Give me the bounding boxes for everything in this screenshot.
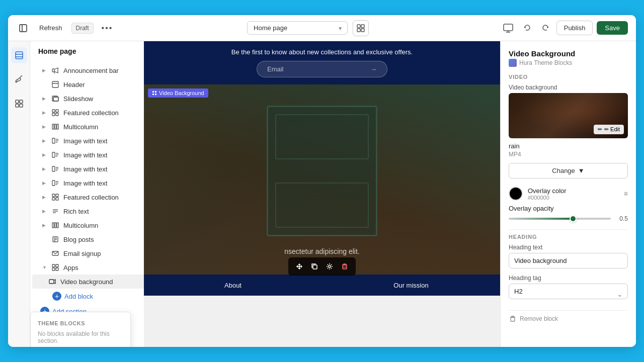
page-selector-wrap: Home page (247, 21, 348, 35)
svg-rect-63 (52, 268, 55, 270)
expand-arrow-icon: ▶ (42, 152, 47, 157)
expand-arrow-icon: ▶ (42, 96, 47, 101)
content-area: Home page ▶ Announcement b (8, 41, 636, 347)
publish-btn[interactable]: Publish (556, 21, 593, 35)
overlay-right: ≡ (624, 190, 628, 198)
sidebar-apps-icon[interactable] (11, 96, 27, 112)
overlay-color-swatch[interactable] (509, 187, 523, 201)
change-btn[interactable]: Change ▼ (509, 163, 628, 178)
svg-rect-62 (56, 264, 58, 267)
sidebar-brush-icon[interactable] (11, 71, 27, 87)
save-btn[interactable]: Save (597, 21, 628, 35)
overlay-color-info: Overlay color #000000 (528, 187, 567, 201)
sidebar-icon-strip (8, 41, 30, 347)
image-text-icon (51, 151, 59, 159)
sidebar-item-label: Slideshow (63, 95, 157, 103)
svg-rect-29 (57, 124, 58, 129)
blog-icon (51, 235, 59, 243)
remove-block-btn[interactable]: Remove block (509, 310, 628, 327)
svg-rect-47 (56, 194, 58, 197)
right-sidebar-subtitle-text: Hura Theme Blocks (519, 59, 572, 66)
monitor-btn[interactable] (500, 20, 516, 36)
sidebar-item-label: Image with text (63, 179, 157, 187)
grid-icon (51, 193, 59, 201)
image-text-icon (51, 165, 59, 173)
opacity-row: Overlay opacity 0.5 (509, 205, 628, 222)
svg-rect-64 (56, 268, 58, 270)
canvas-toolbar-move-btn[interactable] (292, 259, 306, 274)
edit-video-btn[interactable]: ✏ ✏ Edit (594, 125, 624, 134)
svg-rect-65 (49, 280, 54, 284)
sidebar-sections-icon[interactable] (11, 47, 27, 63)
refresh-btn[interactable]: Refresh (35, 22, 66, 34)
theme-blocks-note: No blocks available for this section. (31, 328, 130, 347)
svg-rect-30 (52, 138, 55, 143)
page-selector[interactable]: Home page (247, 21, 348, 35)
topbar: Refresh Draft ••• Home page (8, 15, 636, 41)
selection-icon (152, 90, 157, 96)
more-options-btn[interactable]: ••• (99, 22, 116, 35)
canvas-toolbar-duplicate-btn[interactable] (307, 259, 321, 274)
video-section-label: VIDEO (509, 74, 628, 80)
undo-btn[interactable] (520, 21, 534, 35)
svg-rect-26 (56, 113, 58, 116)
sidebar-item-label: Featured collection (63, 194, 157, 201)
svg-rect-24 (56, 110, 58, 112)
svg-rect-80 (155, 91, 156, 93)
stack-icon: ≡ (624, 190, 628, 198)
canvas-nav-about[interactable]: About (144, 277, 322, 294)
opacity-slider[interactable] (509, 218, 611, 220)
sidebar-item-label: Multicolumn (63, 222, 157, 229)
svg-rect-34 (52, 152, 55, 157)
right-sidebar-title: Video Background (509, 49, 628, 58)
svg-rect-48 (52, 198, 55, 200)
layout-icon (51, 80, 59, 88)
svg-rect-17 (52, 69, 54, 72)
add-block-dropdown: THEME BLOCKS No blocks available for thi… (30, 312, 131, 347)
expand-arrow-icon: ▶ (42, 195, 47, 200)
redo-btn[interactable] (538, 21, 552, 35)
svg-rect-6 (504, 24, 513, 31)
email-arrow-icon: → (370, 65, 377, 73)
text-icon (51, 207, 59, 215)
sidebar-item-label: Rich text (63, 208, 157, 215)
svg-rect-23 (52, 110, 55, 112)
email-placeholder: Email (267, 65, 284, 73)
svg-rect-85 (343, 265, 347, 269)
overlay-hex-value: #000000 (528, 195, 567, 201)
pencil-icon: ✏ (598, 126, 602, 133)
svg-rect-88 (511, 317, 515, 321)
sidebar-item-label: Featured collection (63, 109, 157, 117)
svg-rect-42 (52, 180, 55, 186)
svg-rect-28 (55, 124, 56, 129)
right-sidebar: Video Background Hura Theme Blocks VIDEO… (500, 41, 636, 347)
grid-view-btn[interactable] (353, 20, 369, 36)
heading-tag-select[interactable]: H1 H2 H3 H4 H5 H6 (509, 284, 628, 299)
sidebar-item-label: Header (63, 81, 157, 88)
video-icon (48, 278, 56, 286)
sidebar-item-label: Multicolumn (63, 123, 157, 131)
canvas-email-section: Be the first to know about new collectio… (144, 41, 500, 84)
add-block-label: Add block (64, 293, 93, 300)
svg-rect-38 (52, 166, 55, 171)
svg-rect-18 (52, 81, 58, 87)
columns-icon (51, 221, 59, 229)
right-sidebar-subtitle: Hura Theme Blocks (509, 59, 628, 67)
video-bg-door-panel-top (275, 114, 369, 159)
sidebar-item-label: Apps (63, 264, 157, 272)
canvas-nav-mission[interactable]: Our mission (322, 277, 500, 294)
heading-text-input[interactable] (509, 253, 628, 268)
expand-arrow-icon: ▶ (42, 110, 47, 115)
svg-rect-9 (16, 52, 23, 59)
svg-rect-13 (16, 100, 19, 103)
remove-block-label: Remove block (520, 315, 558, 322)
email-field[interactable]: Email → (257, 61, 387, 77)
opacity-value: 0.5 (616, 215, 628, 222)
theme-blocks-label: THEME BLOCKS (31, 316, 130, 328)
sidebar-item-label: Email signup (63, 250, 157, 257)
canvas-toolbar-delete-btn[interactable] (338, 259, 352, 274)
columns-icon (51, 123, 59, 131)
sidebar-toggle-btn[interactable] (16, 21, 30, 35)
image-text-icon (51, 137, 59, 145)
canvas-toolbar-settings-btn[interactable] (323, 259, 337, 274)
